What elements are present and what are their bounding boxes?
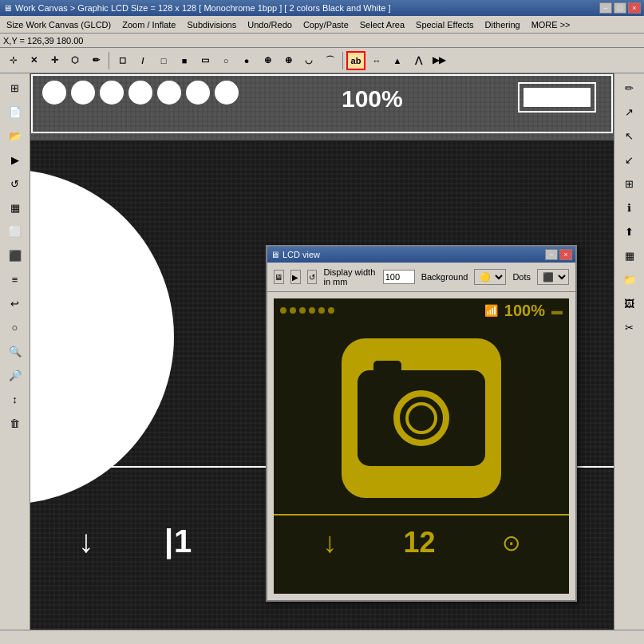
tool-move[interactable]: ✛ (45, 51, 64, 70)
lcd-close-btn[interactable]: × (559, 249, 572, 260)
left-tool-zoom-out[interactable]: 🔎 (4, 364, 26, 386)
tool-text[interactable]: ab (346, 51, 365, 70)
right-tool-arrow-right1[interactable]: ↗ (618, 101, 641, 123)
lcd-dialog-icon: 🖥 (271, 250, 279, 259)
tool-arc[interactable]: ◡ (299, 51, 318, 70)
left-tool-grid-large[interactable]: ▦ (4, 196, 26, 219)
menu-item-undo-redo[interactable]: Undo/Redo (243, 18, 297, 31)
tool-zigzag[interactable]: ⋀ (409, 51, 428, 70)
tool-select-marquee[interactable]: ⊹ (3, 51, 22, 70)
lcd-icon-btn2[interactable]: ▶ (290, 270, 301, 284)
lcd-dot6 (328, 307, 334, 314)
menu-bar: Size Work Canvas (GLCD)Zoom / InflateSub… (0, 16, 644, 34)
lcd-dot3 (299, 307, 306, 314)
background-label: Background (421, 272, 468, 282)
tool-measure[interactable]: ↔ (367, 51, 386, 70)
right-tool-folder-right[interactable]: 📁 (618, 268, 641, 290)
lcd-dialog: 🖥 LCD view − × 🖥 ▶ ↺ Display width in mm… (266, 245, 577, 602)
title-bar: 🖥 Work Canvas > Graphic LCD Size = 128 x… (0, 0, 644, 16)
left-tool-play[interactable]: ▶ (4, 148, 26, 171)
display-width-input[interactable] (383, 270, 415, 284)
camera-icon-container (342, 338, 501, 498)
dots-select[interactable]: ⬛ (537, 269, 569, 285)
right-toolbar: ✏↗↖↙⊞ℹ⬆▦📁🖼✂ (614, 73, 644, 630)
tool-deselect[interactable]: ✕ (24, 51, 43, 70)
tool-line[interactable]: / (133, 51, 152, 70)
menu-item-copy-paste[interactable]: Copy/Paste (298, 18, 354, 31)
left-tool-arrow-up[interactable]: ↕ (4, 388, 26, 410)
camera-lens-inner (405, 402, 437, 434)
menu-item-size-work-canvas--glcd-[interactable]: Size Work Canvas (GLCD) (2, 18, 116, 31)
lcd-minimize-btn[interactable]: − (545, 249, 558, 260)
left-tool-layers[interactable]: ≡ (4, 268, 26, 290)
menu-item-select-area[interactable]: Select Area (355, 18, 409, 31)
toolbar: ⊹✕✛⬡✏◻/□■▭○●⊕⊕◡⌒ab↔▲⋀▶▶ (0, 48, 644, 73)
lcd-icon-btn1[interactable]: 🖥 (274, 270, 284, 284)
display-width-label: Display width in mm (323, 267, 376, 286)
close-button[interactable]: × (628, 2, 641, 14)
right-tool-up-right[interactable]: ⬆ (618, 220, 641, 243)
camera-bump (373, 361, 401, 373)
left-tool-undo-left[interactable]: ↩ (4, 292, 26, 314)
right-tool-pencil-right[interactable]: ✏ (618, 77, 641, 99)
tool-triangle[interactable]: ▲ (388, 51, 407, 70)
lcd-status-bar: 📶 100% ▬ (274, 298, 569, 322)
left-tool-icon2[interactable]: ⬛ (4, 244, 26, 267)
left-tool-circle-tool[interactable]: ○ (4, 316, 26, 338)
canvas-area[interactable]: 🖥 LCD view − × 🖥 ▶ ↺ Display width in mm… (30, 73, 614, 630)
left-tool-icon1[interactable]: ⬜ (4, 220, 26, 243)
minimize-button[interactable]: − (599, 2, 612, 14)
left-tool-file-open[interactable]: 📂 (4, 124, 26, 147)
camera-body (358, 370, 485, 466)
lcd-percent: 100% (504, 302, 545, 320)
lcd-arrow-down: ↓ (322, 526, 337, 559)
tool-more-right[interactable]: ▶▶ (429, 51, 448, 70)
tool-pencil[interactable]: ✏ (86, 51, 105, 70)
tool-crosshair[interactable]: ⊕ (258, 51, 277, 70)
lcd-display-area: 📶 100% ▬ (267, 292, 575, 600)
right-tool-pattern-right[interactable]: ▦ (618, 244, 641, 267)
menu-item-dithering[interactable]: Dithering (480, 18, 525, 31)
tool-rect-outline[interactable]: □ (154, 51, 173, 70)
background-select[interactable]: 🟡 (474, 269, 506, 285)
menu-item-zoom---inflate[interactable]: Zoom / Inflate (117, 18, 180, 31)
left-tool-refresh[interactable]: ↺ (4, 172, 26, 195)
lcd-dialog-titlebar: 🖥 LCD view − × (267, 247, 575, 263)
window-title: Work Canvas > Graphic LCD Size = 128 x 1… (15, 3, 391, 13)
tool-crosshair2[interactable]: ⊕ (279, 51, 298, 70)
left-tool-delete[interactable]: 🗑 (4, 412, 26, 434)
tool-eraser[interactable]: ◻ (113, 51, 132, 70)
lcd-dot4 (309, 307, 315, 314)
app-icon: 🖥 (3, 3, 12, 13)
lcd-battery-icon: ▬ (551, 304, 563, 317)
menu-item-more---[interactable]: MORE >> (527, 18, 575, 31)
left-tool-file-new[interactable]: 📄 (4, 101, 26, 123)
menu-item-special-effects[interactable]: Special Effects (411, 18, 479, 31)
left-tool-zoom-in[interactable]: 🔍 (4, 340, 26, 362)
right-tool-scissors-right[interactable]: ✂ (618, 316, 641, 338)
lcd-dialog-controls: 🖥 ▶ ↺ Display width in mm Background 🟡 D… (267, 263, 575, 292)
tool-curve[interactable]: ⌒ (320, 51, 339, 70)
lcd-dot2 (290, 307, 296, 314)
camera-lens (393, 390, 449, 446)
left-tool-grid-small[interactable]: ⊞ (4, 77, 26, 99)
lcd-icon-btn3[interactable]: ↺ (307, 270, 318, 284)
right-tool-cursor-right[interactable]: ↖ (618, 124, 641, 147)
status-text (3, 633, 6, 642)
maximize-button[interactable]: □ (614, 2, 626, 14)
lcd-wifi-icon: 📶 (484, 304, 498, 317)
lcd-dot5 (318, 307, 325, 314)
toolbar-separator-5 (109, 52, 109, 69)
right-tool-cursor2-right[interactable]: ↙ (618, 148, 641, 171)
right-tool-grid-right[interactable]: ⊞ (618, 172, 641, 195)
menu-item-subdivisions[interactable]: Subdivisions (182, 18, 241, 31)
tool-ellipse-filled[interactable]: ● (237, 51, 256, 70)
tool-rect-filled[interactable]: ■ (175, 51, 194, 70)
main-area: ⊞📄📂▶↺▦⬜⬛≡↩○🔍🔎↕🗑 🖥 LCD view − × 🖥 ▶ ↺ Dis… (0, 73, 644, 630)
tool-round-rect[interactable]: ▭ (196, 51, 215, 70)
dots-label: Dots (512, 272, 531, 282)
tool-ellipse[interactable]: ○ (216, 51, 235, 70)
right-tool-info-right[interactable]: ℹ (618, 196, 641, 219)
right-tool-image-right[interactable]: 🖼 (618, 292, 641, 314)
tool-fill[interactable]: ⬡ (65, 51, 85, 70)
